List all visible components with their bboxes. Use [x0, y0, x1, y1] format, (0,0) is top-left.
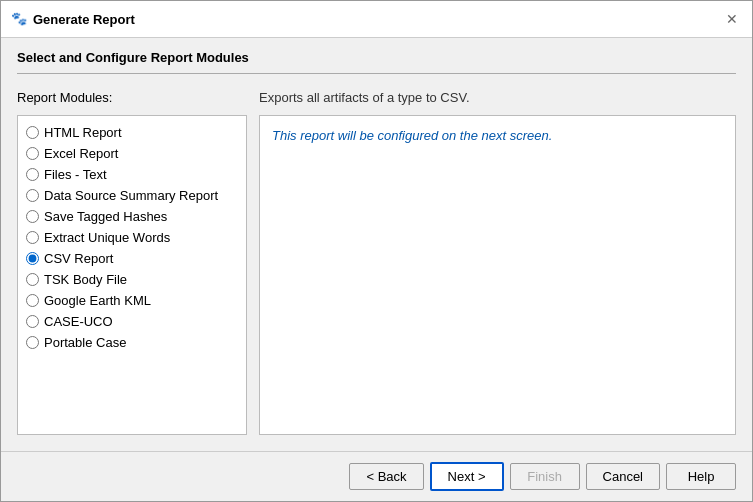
module-csv[interactable]: CSV Report [22, 248, 242, 269]
dialog-icon: 🐾 [11, 11, 27, 27]
module-case-uco-label[interactable]: CASE-UCO [44, 314, 113, 329]
module-portable-case[interactable]: Portable Case [22, 332, 242, 353]
cancel-button[interactable]: Cancel [586, 463, 660, 490]
module-html[interactable]: HTML Report [22, 122, 242, 143]
module-csv-label[interactable]: CSV Report [44, 251, 113, 266]
footer: < Back Next > Finish Cancel Help [1, 451, 752, 501]
section-header: Select and Configure Report Modules [1, 38, 752, 73]
module-data-source[interactable]: Data Source Summary Report [22, 185, 242, 206]
modules-list: HTML Report Excel Report Files - Text Da… [17, 115, 247, 435]
modules-label: Report Modules: [17, 90, 247, 105]
module-excel-label[interactable]: Excel Report [44, 146, 118, 161]
module-excel[interactable]: Excel Report [22, 143, 242, 164]
module-html-label[interactable]: HTML Report [44, 125, 122, 140]
module-data-source-label[interactable]: Data Source Summary Report [44, 188, 218, 203]
module-case-uco[interactable]: CASE-UCO [22, 311, 242, 332]
module-extract-words-label[interactable]: Extract Unique Words [44, 230, 170, 245]
module-tsk-body[interactable]: TSK Body File [22, 269, 242, 290]
module-portable-case-label[interactable]: Portable Case [44, 335, 126, 350]
back-button[interactable]: < Back [349, 463, 423, 490]
module-files-text[interactable]: Files - Text [22, 164, 242, 185]
help-button[interactable]: Help [666, 463, 736, 490]
right-panel: Exports all artifacts of a type to CSV. … [259, 90, 736, 435]
left-panel: Report Modules: HTML Report Excel Report… [17, 90, 247, 435]
config-box: This report will be configured on the ne… [259, 115, 736, 435]
module-save-tagged[interactable]: Save Tagged Hashes [22, 206, 242, 227]
module-extract-words[interactable]: Extract Unique Words [22, 227, 242, 248]
description-text: Exports all artifacts of a type to CSV. [259, 90, 736, 105]
main-content: Report Modules: HTML Report Excel Report… [1, 74, 752, 451]
module-files-text-label[interactable]: Files - Text [44, 167, 107, 182]
generate-report-dialog: 🐾 Generate Report ✕ Select and Configure… [0, 0, 753, 502]
close-button[interactable]: ✕ [722, 9, 742, 29]
title-bar: 🐾 Generate Report ✕ [1, 1, 752, 38]
config-message: This report will be configured on the ne… [272, 128, 552, 143]
module-save-tagged-label[interactable]: Save Tagged Hashes [44, 209, 167, 224]
finish-button[interactable]: Finish [510, 463, 580, 490]
next-button[interactable]: Next > [430, 462, 504, 491]
module-google-earth[interactable]: Google Earth KML [22, 290, 242, 311]
module-tsk-body-label[interactable]: TSK Body File [44, 272, 127, 287]
module-google-earth-label[interactable]: Google Earth KML [44, 293, 151, 308]
dialog-title: Generate Report [33, 12, 716, 27]
